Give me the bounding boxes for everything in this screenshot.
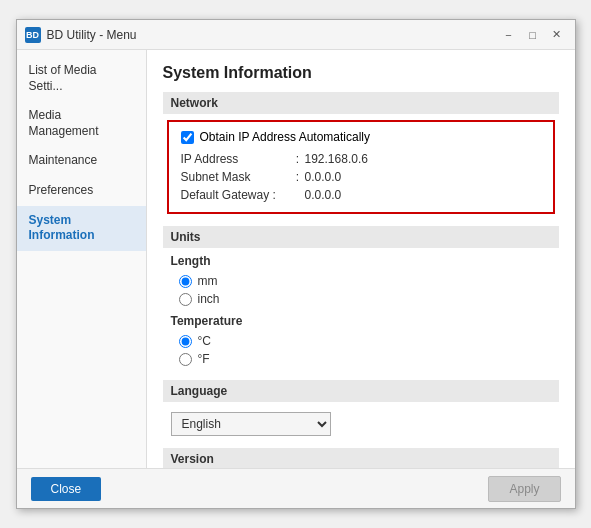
titlebar-left: BD BD Utility - Menu (25, 27, 137, 43)
celsius-label: °C (198, 334, 211, 348)
obtain-ip-checkbox[interactable] (181, 131, 194, 144)
subnet-mask-label: Subnet Mask (181, 170, 291, 184)
default-gateway-row: Default Gateway : 0.0.0.0 (181, 186, 541, 204)
default-gateway-value: 0.0.0.0 (305, 188, 342, 202)
celsius-radio-row: °C (171, 332, 551, 350)
language-section-header: Language (163, 380, 559, 402)
sidebar-item-preferences[interactable]: Preferences (17, 176, 146, 206)
minimize-button[interactable]: − (499, 25, 519, 45)
network-section: Network Obtain IP Address Automatically … (163, 92, 559, 214)
subnet-mask-row: Subnet Mask : 0.0.0.0 (181, 168, 541, 186)
mm-radio-row: mm (171, 272, 551, 290)
units-section: Units Length mm inch Temperature °C (163, 226, 559, 368)
sidebar-item-system-information[interactable]: System Information (17, 206, 146, 251)
mm-radio[interactable] (179, 275, 192, 288)
content-area: List of Media Setti... Media Management … (17, 50, 575, 468)
titlebar-title: BD Utility - Menu (47, 28, 137, 42)
units-section-header: Units (163, 226, 559, 248)
titlebar: BD BD Utility - Menu − □ ✕ (17, 20, 575, 50)
units-content: Length mm inch Temperature °C (163, 254, 559, 368)
application-window: BD BD Utility - Menu − □ ✕ List of Media… (16, 19, 576, 509)
length-label: Length (171, 254, 551, 268)
language-section: Language English Japanese German French … (163, 380, 559, 436)
network-box: Obtain IP Address Automatically IP Addre… (167, 120, 555, 214)
titlebar-controls: − □ ✕ (499, 25, 567, 45)
fahrenheit-label: °F (198, 352, 210, 366)
ip-address-label: IP Address (181, 152, 291, 166)
default-gateway-label: Default Gateway : (181, 188, 291, 202)
ip-address-row: IP Address : 192.168.0.6 (181, 150, 541, 168)
inch-radio-row: inch (171, 290, 551, 308)
version-section: Version BD Utility Version 2.2.0.9 (163, 448, 559, 468)
inch-label: inch (198, 292, 220, 306)
version-section-header: Version (163, 448, 559, 468)
subnet-mask-value: 0.0.0.0 (305, 170, 342, 184)
sidebar-item-maintenance[interactable]: Maintenance (17, 146, 146, 176)
app-icon: BD (25, 27, 41, 43)
sidebar-item-media-management[interactable]: Media Management (17, 101, 146, 146)
main-panel: System Information Network Obtain IP Add… (147, 50, 575, 468)
ip-address-colon: : (291, 152, 305, 166)
language-select[interactable]: English Japanese German French Spanish (171, 412, 331, 436)
window-close-button[interactable]: ✕ (547, 25, 567, 45)
apply-button: Apply (488, 476, 560, 502)
network-section-header: Network (163, 92, 559, 114)
temperature-label: Temperature (171, 314, 551, 328)
ip-address-value: 192.168.0.6 (305, 152, 368, 166)
subnet-mask-colon: : (291, 170, 305, 184)
footer: Close Apply (17, 468, 575, 508)
fahrenheit-radio-row: °F (171, 350, 551, 368)
sidebar-item-list-of-media-setti[interactable]: List of Media Setti... (17, 56, 146, 101)
inch-radio[interactable] (179, 293, 192, 306)
obtain-ip-row: Obtain IP Address Automatically (181, 130, 541, 144)
maximize-button[interactable]: □ (523, 25, 543, 45)
language-content: English Japanese German French Spanish (163, 408, 559, 436)
page-title: System Information (163, 64, 559, 82)
sidebar: List of Media Setti... Media Management … (17, 50, 147, 468)
celsius-radio[interactable] (179, 335, 192, 348)
mm-label: mm (198, 274, 218, 288)
obtain-ip-label: Obtain IP Address Automatically (200, 130, 371, 144)
close-button[interactable]: Close (31, 477, 102, 501)
fahrenheit-radio[interactable] (179, 353, 192, 366)
